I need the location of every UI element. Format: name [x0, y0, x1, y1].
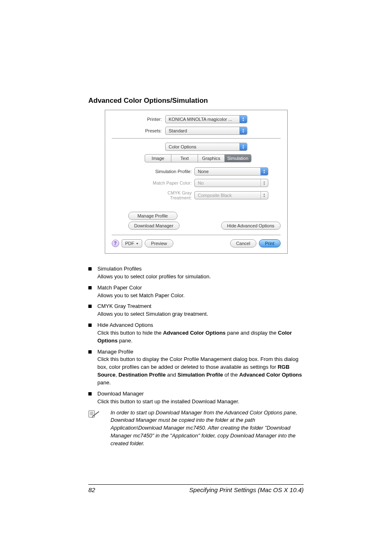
- help-button[interactable]: ?: [112, 240, 119, 247]
- bullet-icon: [88, 305, 92, 308]
- printer-dropdown[interactable]: KONICA MINOLTA magicolor ... ▲▼: [165, 115, 247, 123]
- chevron-updown-icon: ▲▼: [261, 168, 268, 175]
- bullet-title: Hide Advanced Options: [97, 321, 304, 329]
- print-button[interactable]: Print: [259, 239, 281, 247]
- download-manager-button[interactable]: Download Manager: [128, 222, 180, 230]
- cmyk-gray-value: Composite Black: [198, 193, 261, 198]
- page-footer: 82 Specifying Print Settings (Mac OS X 1…: [88, 484, 304, 493]
- printer-value: KONICA MINOLTA magicolor ...: [169, 117, 240, 122]
- presets-dropdown[interactable]: Standard ▲▼: [165, 127, 247, 135]
- page-number: 82: [88, 486, 95, 493]
- bullet-desc: Click this button to hide the Advanced C…: [97, 329, 304, 345]
- bullet-title: Match Paper Color: [97, 284, 304, 292]
- bullet-icon: [88, 267, 92, 271]
- footer-title: Specifying Print Settings (Mac OS X 10.4…: [95, 486, 304, 493]
- cancel-button[interactable]: Cancel: [230, 239, 256, 247]
- bullet-title: CMYK Gray Treatment: [97, 303, 304, 310]
- tab-text[interactable]: Text: [171, 155, 198, 162]
- cmyk-gray-dropdown: Composite Black ▲▼: [194, 191, 268, 199]
- svg-rect-0: [89, 411, 95, 417]
- note-icon: [88, 410, 100, 448]
- tab-graphics[interactable]: Graphics: [198, 155, 225, 162]
- preview-button[interactable]: Preview: [145, 239, 173, 247]
- pdf-label: PDF: [125, 241, 134, 246]
- cmyk-gray-label: CMYK Gray Treatment:: [147, 190, 194, 200]
- match-paper-color-value: No: [198, 180, 261, 185]
- section-heading: Advanced Color Options/Simulation: [88, 97, 304, 105]
- bullet-icon: [88, 392, 92, 395]
- chevron-updown-icon: ▲▼: [261, 179, 268, 187]
- bullet-icon: [88, 324, 92, 327]
- chevron-updown-icon: ▲▼: [240, 116, 247, 123]
- simulation-profile-label: Simulation Profile:: [147, 169, 194, 174]
- divider: [112, 138, 281, 139]
- tab-bar: Image Text Graphics Simulation: [145, 154, 251, 162]
- bullet-desc: Click this button to start up the instal…: [97, 398, 304, 406]
- presets-label: Presets:: [112, 128, 165, 133]
- chevron-updown-icon: ▲▼: [240, 143, 247, 150]
- divider: [112, 235, 281, 235]
- simulation-profile-value: None: [198, 169, 261, 174]
- printer-label: Printer:: [112, 117, 165, 122]
- note-text: In order to start up Download Manager fr…: [102, 409, 304, 448]
- bullet-desc: Click this button to display the Color P…: [97, 356, 304, 386]
- bullet-desc: Allows you to select Simulation gray tre…: [97, 310, 304, 318]
- bullet-title: Download Manager: [97, 390, 304, 398]
- pane-dropdown[interactable]: Color Options ▲▼: [165, 143, 247, 151]
- bullet-icon: [88, 286, 92, 289]
- bullet-title: Simulation Profiles: [97, 265, 304, 273]
- tab-image[interactable]: Image: [145, 155, 172, 162]
- bullet-icon: [88, 350, 92, 354]
- note-block: In order to start up Download Manager fr…: [88, 409, 304, 448]
- simulation-profile-dropdown[interactable]: None ▲▼: [194, 167, 268, 176]
- chevron-updown-icon: ▲▼: [261, 192, 268, 199]
- tab-simulation[interactable]: Simulation: [225, 155, 251, 162]
- presets-value: Standard: [169, 128, 240, 133]
- bullet-desc: Allows you to set Match Paper Color.: [97, 292, 304, 300]
- bullet-title: Manage Profile: [97, 348, 304, 356]
- match-paper-color-dropdown: No ▲▼: [194, 179, 268, 187]
- hide-advanced-options-button[interactable]: Hide Advanced Options: [221, 222, 281, 230]
- chevron-updown-icon: ▲▼: [240, 127, 247, 134]
- bullet-desc: Allows you to select color profiles for …: [97, 273, 304, 281]
- triangle-down-icon: ▼: [136, 242, 139, 245]
- bullet-list: Simulation Profiles Allows you to select…: [88, 265, 304, 448]
- pane-value: Color Options: [169, 144, 240, 149]
- match-paper-color-label: Match Paper Color:: [147, 180, 194, 185]
- manage-profile-button[interactable]: Manage Profile: [128, 212, 178, 220]
- print-dialog: Printer: KONICA MINOLTA magicolor ... ▲▼…: [105, 110, 288, 254]
- pdf-menu-button[interactable]: PDF ▼: [122, 239, 143, 247]
